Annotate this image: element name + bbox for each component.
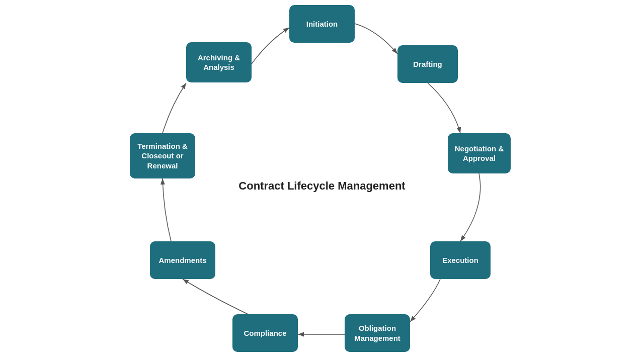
node-obligation: Obligation Management [345, 314, 410, 352]
node-initiation: Initiation [289, 5, 355, 43]
node-negotiation: Negotiation & Approval [448, 133, 511, 173]
node-termination: Termination & Closeout or Renewal [130, 133, 195, 178]
diagram-container: Contract Lifecycle Management Initiation… [0, 0, 644, 362]
diagram-title: Contract Lifecycle Management [238, 179, 405, 193]
node-compliance: Compliance [232, 314, 298, 352]
node-amendments: Amendments [150, 241, 215, 279]
node-execution: Execution [430, 241, 491, 279]
node-drafting: Drafting [397, 45, 458, 83]
node-archiving: Archiving & Analysis [186, 42, 252, 82]
